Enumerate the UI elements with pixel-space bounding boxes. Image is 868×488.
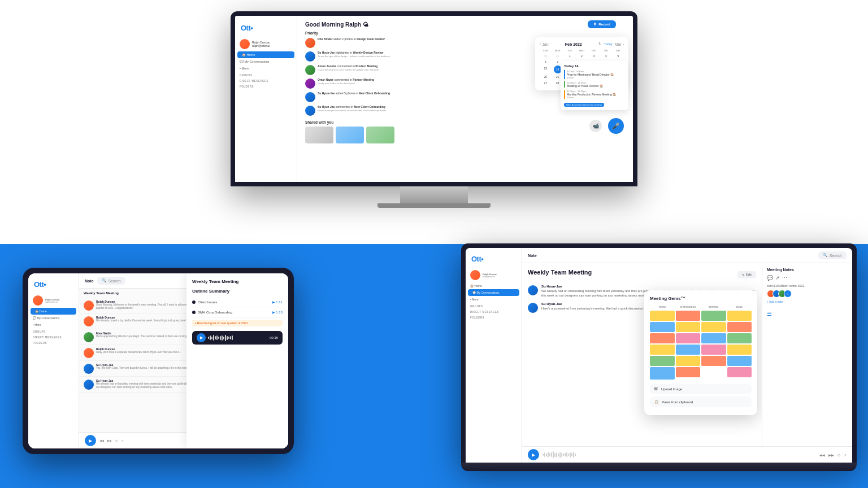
- play-button[interactable]: ▶: [197, 333, 206, 342]
- laptop-nav-conversations[interactable]: 💬 My Conversations: [468, 289, 519, 296]
- laptop-note-label: Note: [528, 254, 537, 258]
- outline-summary-title: Outline Summary: [192, 289, 283, 294]
- monitor-stand: [400, 186, 468, 203]
- clipboard-icon: 📋: [654, 400, 658, 404]
- notes-sidebar-title: Meeting Notes: [767, 268, 848, 272]
- monitor-screen: Ott• Ralph Duncan ralph@otter.ai 🏠 Home …: [231, 11, 637, 186]
- sticky-14: [701, 333, 726, 343]
- activity-text-5: Su Hyun-Jae commented in New Client Onbo…: [318, 105, 387, 109]
- activity-text-0: Rita Binder added 2 photos in Design Tea…: [318, 37, 385, 41]
- sticky-12: [701, 311, 726, 321]
- laptop-frame: Ott• Ralph Duncan ralph@otter.ai 🏠 Home …: [461, 243, 857, 463]
- meeting-item-2: 11:00pm - 12:00pm Monthly Production Rev…: [564, 90, 625, 99]
- laptop-note-main: Weekly Team Meeting ✎ Edit Su Hyun-Jae W…: [522, 263, 762, 446]
- nav-home[interactable]: 🏠 Home: [237, 51, 294, 58]
- bullet-1: [192, 311, 196, 314]
- cal-nav: ‹ Jan: [540, 42, 549, 46]
- mic-toggle[interactable]: 🎤: [608, 118, 624, 134]
- tablet-section-dm: DIRECT MESSAGES: [28, 334, 79, 339]
- meeting-gems-popup: Meeting Gems™ TO DO IN PROGRESS TESTING …: [644, 290, 757, 415]
- nav-conversations[interactable]: 💬 My Conversations: [235, 58, 297, 65]
- tablet-nav-more[interactable]: • More: [28, 321, 79, 328]
- speaker-0: Su Hyun-Jae: [541, 285, 756, 288]
- activity-avatar-4: [305, 92, 315, 102]
- activity-avatar-1: [305, 51, 315, 62]
- tablet-main: Note 🔍 Search Weekly Team Meeting Ralph …: [79, 273, 288, 448]
- tablet-screen: Ott• Ralph Duncan ralph@otter.ai 🏠 Home …: [28, 273, 288, 448]
- laptop-sidebar: Ott• Ralph Duncan ralph@otter.ai 🏠 Home …: [466, 248, 522, 463]
- search-box[interactable]: 🔍 Search: [97, 277, 125, 285]
- sticky-18: [727, 322, 752, 332]
- record-button[interactable]: 🎙 Record: [588, 20, 616, 28]
- laptop-section-folders: FOLDERS: [466, 314, 522, 320]
- cal-prev[interactable]: ‹ Jan: [540, 42, 549, 46]
- waveform: [208, 334, 267, 342]
- laptop-note-area: Weekly Team Meeting ✎ Edit Su Hyun-Jae W…: [522, 263, 852, 446]
- sticky-21: [727, 356, 752, 366]
- comment-icon[interactable]: 💬: [767, 275, 773, 281]
- tablet-logo: Ott•: [28, 277, 79, 293]
- note-action-icons: 💬 ↗ ⋯: [767, 275, 848, 281]
- app-logo: Ott•: [235, 20, 297, 37]
- laptop-right: Ott• Ralph Duncan ralph@otter.ai 🏠 Home …: [461, 243, 857, 471]
- outline-text-0: Client Issues: [198, 300, 217, 304]
- activity-sub-3: Finally now! Kudos to the developers!: [318, 82, 374, 85]
- laptop-search-icon: 🔍: [823, 253, 828, 258]
- tablet-nav-home[interactable]: 🏠 Home: [31, 308, 76, 315]
- section-groups: GROUPS: [235, 72, 297, 77]
- search-icon: 🔍: [102, 278, 107, 283]
- nav-more[interactable]: • More: [235, 65, 297, 72]
- outline-item-1[interactable]: SMH Corp Onboarding ▶ 1:13: [192, 307, 283, 317]
- desktop-monitor: Ott• Ralph Duncan ralph@otter.ai 🏠 Home …: [231, 11, 637, 208]
- laptop-meeting-title: Weekly Team Meeting: [528, 269, 592, 276]
- app-layout: Ott• Ralph Duncan ralph@otter.ai 🏠 Home …: [235, 16, 633, 182]
- add-note-btn[interactable]: + Add a note: [767, 300, 848, 303]
- upload-image-btn[interactable]: 🖼 Upload Image: [650, 384, 752, 394]
- cal-refresh[interactable]: ↻: [598, 42, 602, 46]
- activity-avatar-2: [305, 65, 315, 75]
- outline-item-0[interactable]: Client Issues ▶ 1:11: [192, 297, 283, 307]
- laptop-play-bar: ▶: [522, 446, 852, 463]
- chat-avatar-4: [84, 364, 94, 374]
- laptop-controls: ◀◀ ▶▶ ⊙ ↗: [819, 453, 847, 457]
- laptop-nav-more[interactable]: • More: [466, 296, 522, 303]
- laptop-section-dm: DIRECT MESSAGES: [466, 308, 522, 314]
- sticky-9: [676, 345, 701, 355]
- more-icon[interactable]: ⋯: [782, 275, 787, 281]
- edit-button[interactable]: ✎ Edit: [737, 271, 756, 278]
- video-icon[interactable]: 📹: [589, 120, 602, 132]
- sticky-15: [701, 345, 726, 355]
- sticky-10: [676, 356, 701, 366]
- activity-avatar-0: [305, 38, 315, 48]
- paste-clipboard-btn[interactable]: 📋 Paste from clipboard: [650, 396, 752, 407]
- tablet-sidebar: Ott• Ralph Duncan ralph@otter.ai 🏠 Home …: [28, 273, 79, 448]
- gems-title: Meeting Gems™: [650, 296, 752, 301]
- meeting-item-0: 8:00am - 9:00am Prep for Meeting w/ Head…: [564, 70, 625, 79]
- cal-next[interactable]: Mar ›: [615, 42, 624, 46]
- gem-col-done: [727, 311, 752, 380]
- upload-icon: 🖼: [654, 387, 658, 391]
- gems-grid-header: TO DO IN PROGRESS TESTING DONE: [650, 306, 752, 308]
- transcript-avatar-0: [528, 285, 538, 295]
- activity-text-4: Su Hyun-Jae added 5 photos in New Client…: [318, 91, 390, 95]
- laptop-user-avatar: [470, 270, 480, 280]
- sticky-1: [650, 322, 675, 332]
- gem-col-progress: [676, 311, 701, 380]
- sticky-17: [727, 311, 752, 321]
- bullet-0: [192, 300, 196, 304]
- cal-today-btn[interactable]: Today: [604, 42, 613, 46]
- cal-month: Feb 2022: [565, 42, 582, 46]
- tablet-nav-conversations[interactable]: 💬 My Conversations: [28, 315, 79, 321]
- list-icon: ☰: [767, 311, 772, 317]
- laptop-search-box[interactable]: 🔍 Search: [818, 251, 847, 259]
- share-icon[interactable]: ↗: [775, 275, 780, 281]
- laptop-play-btn[interactable]: ▶: [528, 449, 539, 460]
- priority-section-title: Priority: [305, 31, 625, 35]
- tablet-section-groups: GROUPS: [28, 328, 79, 334]
- gem-col-testing: [701, 311, 726, 380]
- sticky-5: [650, 367, 675, 380]
- laptop-nav-home[interactable]: 🏠 Home: [466, 282, 522, 289]
- note-content: sold $10 Million in the 2021.: [767, 284, 848, 287]
- meeting-item-1: 10:00am - 11:00am Meeting w/ Head Direct…: [564, 81, 625, 88]
- tablet-play-btn[interactable]: ▶: [85, 435, 96, 446]
